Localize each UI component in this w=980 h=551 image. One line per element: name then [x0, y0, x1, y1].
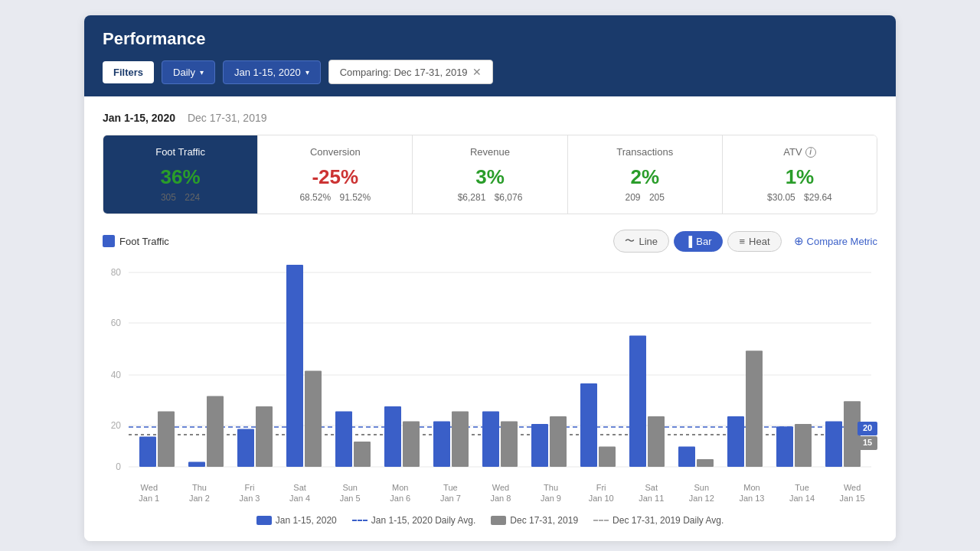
x-label-jan6: Mon Jan 6 [375, 482, 426, 504]
x-label-jan4: Sat Jan 4 [275, 482, 325, 504]
svg-rect-13 [158, 411, 175, 467]
svg-rect-37 [746, 350, 763, 467]
svg-rect-35 [697, 459, 714, 467]
svg-rect-26 [482, 411, 499, 467]
heat-chart-button[interactable]: ≡ Heat [727, 231, 781, 252]
metric-title-atv: ATV i [735, 146, 864, 158]
chart-legend: Foot Traffic [103, 235, 169, 247]
metric-sub-conversion: 68.52% 91.52% [270, 192, 400, 203]
metric-value-conversion: -25% [270, 165, 400, 189]
page-title: Performance [103, 29, 877, 49]
svg-rect-25 [452, 411, 469, 467]
svg-rect-36 [727, 416, 744, 467]
svg-rect-16 [237, 429, 254, 468]
line-chart-button[interactable]: 〜 Line [613, 230, 669, 253]
metric-sub-transactions: 209 205 [580, 192, 710, 203]
svg-rect-20 [335, 411, 352, 467]
metric-value-revenue: 3% [425, 165, 554, 189]
plus-circle-icon: ⊕ [794, 234, 804, 248]
legend-color-dashed-gray [593, 520, 609, 521]
x-axis-labels: Wed Jan 1 Thu Jan 2 Fri Jan 3 Sat Jan 4 [124, 482, 877, 504]
legend-label-dec-2019: Dec 17-31, 2019 [510, 515, 578, 526]
legend-item-dec-2019-avg: Dec 17-31, 2019 Daily Avg. [593, 515, 724, 526]
svg-rect-40 [825, 422, 842, 467]
legend-item-jan-2020: Jan 1-15, 2020 [256, 515, 337, 526]
x-label-jan11: Sat Jan 11 [626, 482, 677, 504]
bar-chart-icon: ▐ [685, 236, 692, 247]
metric-title-conversion: Conversion [270, 146, 400, 158]
metrics-row: Foot Traffic 36% 305 224 Conversion -25%… [103, 135, 877, 214]
legend-color-box [103, 235, 115, 247]
header-controls: Filters Daily ▾ Jan 1-15, 2020 ▾ Compari… [103, 60, 877, 84]
metric-card-atv[interactable]: ATV i 1% $30.05 $29.64 [723, 135, 877, 214]
svg-text:0: 0 [116, 461, 121, 472]
x-label-jan1: Wed Jan 1 [124, 482, 175, 504]
chart-legend-label: Foot Traffic [119, 236, 169, 247]
metric-card-foot-traffic[interactable]: Foot Traffic 36% 305 224 [103, 135, 258, 214]
metric-title-foot-traffic: Foot Traffic [116, 146, 245, 158]
svg-rect-32 [629, 335, 646, 467]
svg-rect-12 [139, 436, 156, 467]
x-label-jan9: Thu Jan 9 [526, 482, 577, 504]
chevron-down-icon: ▾ [305, 68, 309, 77]
x-label-jan7: Tue Jan 7 [426, 482, 476, 504]
svg-rect-31 [599, 447, 616, 467]
heat-chart-icon: ≡ [739, 236, 745, 247]
svg-text:80: 80 [111, 267, 122, 278]
svg-text:15: 15 [863, 438, 872, 447]
bar-chart-svg: 80 60 40 20 0 [103, 265, 877, 479]
svg-rect-19 [305, 371, 322, 467]
svg-text:20: 20 [863, 423, 872, 432]
filters-button[interactable]: Filters [103, 61, 154, 83]
legend-item-jan-2020-avg: Jan 1-15, 2020 Daily Avg. [352, 515, 476, 526]
svg-rect-30 [580, 383, 597, 467]
x-label-jan8: Wed Jan 8 [475, 482, 526, 504]
chart-header: Foot Traffic 〜 Line ▐ Bar ≡ [103, 230, 877, 253]
svg-text:40: 40 [111, 370, 122, 380]
metric-card-revenue[interactable]: Revenue 3% $6,281 $6,076 [413, 135, 567, 214]
chart-footer-legend: Jan 1-15, 2020 Jan 1-15, 2020 Daily Avg.… [103, 515, 877, 526]
metric-title-revenue: Revenue [425, 146, 554, 158]
svg-rect-22 [384, 406, 401, 467]
legend-label-dec-2019-avg: Dec 17-31, 2019 Daily Avg. [612, 515, 724, 526]
x-label-jan13: Mon Jan 13 [727, 482, 777, 504]
main-content: Jan 1-15, 2020 Dec 17-31, 2019 Foot Traf… [84, 96, 896, 541]
x-label-jan3: Fri Jan 3 [224, 482, 275, 504]
performance-container: Performance Filters Daily ▾ Jan 1-15, 20… [84, 15, 896, 541]
info-icon: i [805, 147, 816, 158]
svg-rect-14 [188, 461, 205, 467]
compare-metric-button[interactable]: ⊕ Compare Metric [794, 234, 877, 248]
x-label-jan2: Thu Jan 2 [175, 482, 225, 504]
svg-rect-15 [207, 396, 224, 467]
svg-rect-33 [648, 416, 665, 467]
x-label-jan5: Sun Jan 5 [325, 482, 375, 504]
svg-rect-21 [354, 442, 371, 467]
svg-rect-24 [433, 422, 450, 467]
metric-card-transactions[interactable]: Transactions 2% 209 205 [568, 135, 723, 214]
svg-text:20: 20 [111, 420, 122, 431]
legend-color-solid-gray [491, 516, 506, 525]
x-label-jan14: Tue Jan 14 [777, 482, 828, 504]
chart-wrapper: 80 60 40 20 0 [103, 265, 877, 504]
primary-date-label: Jan 1-15, 2020 [103, 112, 175, 124]
x-label-jan10: Fri Jan 10 [576, 482, 626, 504]
bar-chart-button[interactable]: ▐ Bar [674, 231, 723, 252]
svg-rect-38 [776, 426, 793, 467]
x-label-jan15: Wed Jan 15 [827, 482, 877, 504]
legend-color-dashed-blue [352, 520, 368, 521]
metric-card-conversion[interactable]: Conversion -25% 68.52% 91.52% [258, 135, 413, 214]
legend-label-jan-2020-avg: Jan 1-15, 2020 Daily Avg. [371, 515, 476, 526]
metric-sub-revenue: $6,281 $6,076 [425, 192, 554, 203]
daily-selector[interactable]: Daily ▾ [162, 60, 215, 84]
comparing-selector[interactable]: Comparing: Dec 17-31, 2019 ✕ [328, 60, 493, 84]
chevron-down-icon: ▾ [200, 68, 204, 77]
svg-text:60: 60 [111, 318, 122, 328]
metric-value-transactions: 2% [580, 165, 710, 189]
metric-value-atv: 1% [735, 165, 864, 189]
metric-sub-foot-traffic: 305 224 [116, 192, 245, 203]
chart-section: Foot Traffic 〜 Line ▐ Bar ≡ [103, 230, 877, 526]
close-icon[interactable]: ✕ [472, 66, 482, 78]
metric-value-foot-traffic: 36% [116, 165, 245, 189]
date-range-selector[interactable]: Jan 1-15, 2020 ▾ [223, 60, 321, 84]
metric-sub-atv: $30.05 $29.64 [735, 192, 864, 203]
